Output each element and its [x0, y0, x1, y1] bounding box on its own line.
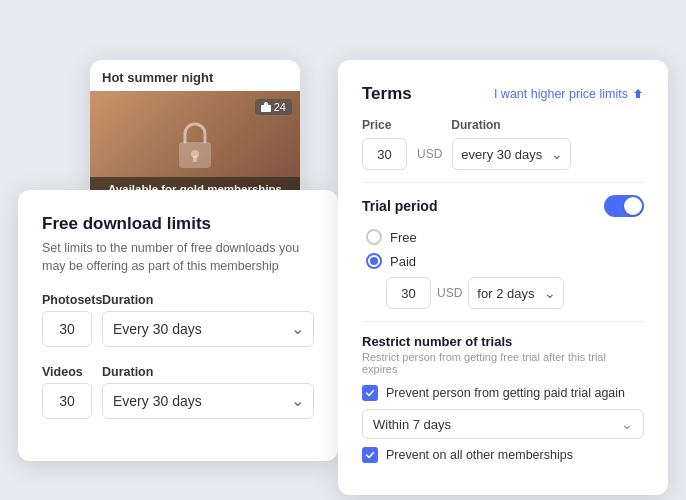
checkmark-icon-2	[365, 450, 375, 460]
paid-inputs-row: USD for 1 day for 2 days for 3 days for …	[362, 277, 644, 309]
currency-label: USD	[417, 147, 442, 161]
duration-select-wrapper: every 7 days every 30 days every 90 days	[452, 138, 571, 170]
free-radio-label: Free	[390, 230, 417, 245]
videos-label: Videos	[42, 365, 92, 379]
videos-duration-select[interactable]: Every days Every 7 days Every 30 days Ev…	[102, 383, 314, 419]
within-days-dropdown[interactable]: Within 7 days ⌄	[362, 409, 644, 439]
videos-duration-wrapper: Every days Every 7 days Every 30 days Ev…	[102, 383, 314, 419]
paid-price-input[interactable]	[386, 277, 431, 309]
svg-rect-0	[261, 105, 271, 112]
divider-1	[362, 182, 644, 183]
image-badge: 24	[255, 99, 292, 115]
prevent-paid-checkbox[interactable]	[362, 385, 378, 401]
prevent-all-checkbox[interactable]	[362, 447, 378, 463]
card-subtitle: Set limits to the number of free downloa…	[42, 240, 314, 275]
photosets-duration-select[interactable]: Every days Every 7 days Every 30 days Ev…	[102, 311, 314, 347]
terms-header-labels: Price Duration	[362, 118, 644, 132]
chevron-down-icon: ⌄	[621, 416, 633, 432]
price-col-label: Price	[362, 118, 391, 132]
image-title: Hot summer night	[90, 60, 300, 91]
videos-input-row: Every days Every 7 days Every 30 days Ev…	[42, 383, 314, 419]
image-area: 24 Available for gold memberships	[90, 91, 300, 201]
within-days-label: Within 7 days	[373, 417, 451, 432]
photosets-duration-wrapper: Every days Every 7 days Every 30 days Ev…	[102, 311, 314, 347]
higher-limits-link[interactable]: I want higher price limits	[494, 87, 644, 101]
terms-title: Terms	[362, 84, 412, 104]
card-title: Free download limits	[42, 214, 314, 234]
restrict-subtitle: Restrict person from getting free trial …	[362, 351, 644, 375]
upload-icon	[632, 88, 644, 100]
paid-currency-label: USD	[437, 286, 462, 300]
image-card: Hot summer night 24 Available for gold m…	[90, 60, 300, 201]
duration-label-photosets: Duration	[102, 293, 314, 307]
svg-rect-3	[193, 156, 197, 162]
photosets-number-input[interactable]	[42, 311, 92, 347]
image-icon	[261, 102, 271, 112]
prevent-all-label: Prevent on all other memberships	[386, 448, 573, 462]
paid-radio-row[interactable]: Paid	[362, 253, 644, 269]
duration-col-label: Duration	[451, 118, 500, 132]
trial-period-label: Trial period	[362, 198, 437, 214]
free-radio[interactable]	[366, 229, 382, 245]
terms-header: Terms I want higher price limits	[362, 84, 644, 104]
duration-select[interactable]: every 7 days every 30 days every 90 days	[452, 138, 571, 170]
restrict-section: Restrict number of trials Restrict perso…	[362, 334, 644, 463]
trial-toggle[interactable]	[604, 195, 644, 217]
divider-2	[362, 321, 644, 322]
paid-radio[interactable]	[366, 253, 382, 269]
photosets-input-row: Every days Every 7 days Every 30 days Ev…	[42, 311, 314, 347]
higher-limits-label: I want higher price limits	[494, 87, 628, 101]
free-radio-row[interactable]: Free	[362, 229, 644, 245]
prevent-paid-row: Prevent person from getting paid trial a…	[362, 385, 644, 401]
photosets-label: Photosets	[42, 293, 92, 307]
price-duration-row: USD every 7 days every 30 days every 90 …	[362, 138, 644, 170]
free-download-limits-card: Free download limits Set limits to the n…	[18, 190, 338, 461]
lock-icon	[171, 118, 219, 174]
paid-duration-select[interactable]: for 1 day for 2 days for 3 days for 7 da…	[468, 277, 564, 309]
prevent-all-row: Prevent on all other memberships	[362, 447, 644, 463]
restrict-title: Restrict number of trials	[362, 334, 644, 349]
paid-duration-wrapper: for 1 day for 2 days for 3 days for 7 da…	[468, 277, 564, 309]
videos-number-input[interactable]	[42, 383, 92, 419]
badge-count: 24	[274, 101, 286, 113]
prevent-paid-label: Prevent person from getting paid trial a…	[386, 386, 625, 400]
checkmark-icon	[365, 388, 375, 398]
price-input[interactable]	[362, 138, 407, 170]
terms-card: Terms I want higher price limits Price D…	[338, 60, 668, 495]
duration-label-videos: Duration	[102, 365, 314, 379]
trial-period-header: Trial period	[362, 195, 644, 217]
paid-radio-label: Paid	[390, 254, 416, 269]
